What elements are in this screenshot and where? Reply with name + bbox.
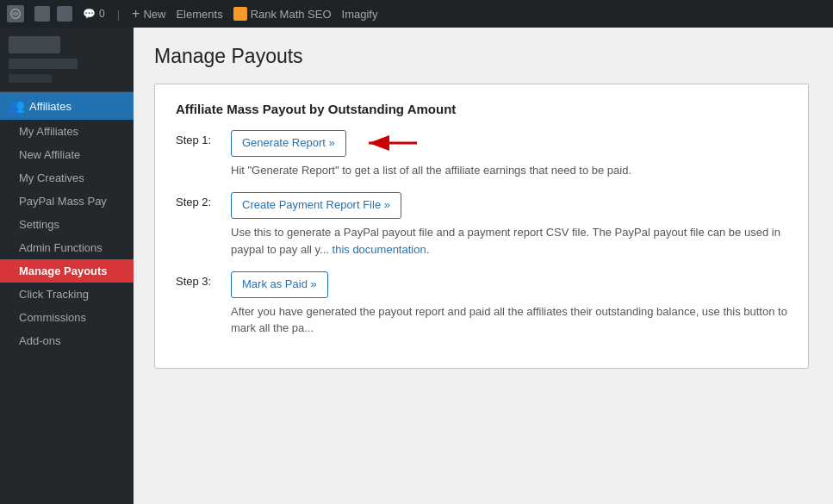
step-3-desc: After you have generated the payout repo… [231,303,787,337]
step-3-row: Step 3: Mark as Paid » After you have ge… [176,271,787,337]
step-2-content: Create Payment Report File » Use this to… [231,192,787,258]
documentation-link[interactable]: this documentation [333,243,426,256]
icon-box-1 [34,6,50,22]
paypal-mass-pay-label: PayPal Mass Pay [19,195,107,208]
commissions-label: Commissions [19,311,86,324]
imagify-link[interactable]: Imagify [342,8,378,21]
step-1-label: Step 1: [176,130,222,146]
separator-1: | [117,8,120,21]
main-layout: 👥 Affiliates My Affiliates New Affiliate… [0,28,833,504]
page-title: Manage Payouts [154,45,812,68]
rank-math-icon [233,7,247,21]
click-tracking-label: Click Tracking [19,288,89,301]
sidebar-item-admin-functions[interactable]: Admin Functions [0,236,134,259]
mark-as-paid-button[interactable]: Mark as Paid » [231,271,328,298]
sidebar-profile [0,28,134,92]
icon-box-2 [57,6,72,22]
step-1-row: Step 1: Generate Report » [176,130,787,178]
sidebar-item-settings[interactable]: Settings [0,213,134,236]
my-affiliates-label: My Affiliates [19,125,78,138]
step-1-desc: Hit "Generate Report" to get a list of a… [231,162,787,179]
step-1-btn-row: Generate Report » [231,130,787,157]
sidebar-item-new-affiliate[interactable]: New Affiliate [0,143,134,166]
step-2-row: Step 2: Create Payment Report File » Use… [176,192,787,258]
red-arrow-svg [357,131,426,155]
affiliates-icon: 👥 [9,98,24,114]
admin-functions-label: Admin Functions [19,241,103,254]
content-area: Manage Payouts Affiliate Mass Payout by … [134,28,833,504]
comment-count[interactable]: 💬 0 [83,8,105,20]
sidebar-item-affiliates[interactable]: 👥 Affiliates [0,92,134,120]
sidebar-item-my-affiliates[interactable]: My Affiliates [0,120,134,143]
step-3-content: Mark as Paid » After you have generated … [231,271,787,337]
elements-link[interactable]: Elements [176,8,222,21]
settings-label: Settings [19,218,59,231]
step-2-desc: Use this to generate a PayPal payout fil… [231,224,787,258]
step-1-content: Generate Report » [231,130,787,178]
avatar-placeholder-1 [9,36,60,53]
my-creatives-label: My Creatives [19,171,84,184]
plus-icon: + [132,6,140,22]
sidebar-item-manage-payouts[interactable]: Manage Payouts [0,259,134,283]
step-2-label: Step 2: [176,192,222,208]
sidebar-item-my-creatives[interactable]: My Creatives [0,166,134,190]
step-3-label: Step 3: [176,271,222,288]
admin-bar: 💬 0 | + New Elements Rank Math SEO Imagi… [0,0,833,28]
card-title: Affiliate Mass Payout by Outstanding Amo… [176,102,787,116]
sidebar-item-click-tracking[interactable]: Click Tracking [0,283,134,306]
generate-report-button[interactable]: Generate Report » [231,130,346,157]
sidebar-item-commissions[interactable]: Commissions [0,306,134,329]
comment-icon: 💬 [83,8,96,20]
sidebar: 👥 Affiliates My Affiliates New Affiliate… [0,28,134,504]
step-3-btn-row: Mark as Paid » [231,271,787,298]
rank-math-menu[interactable]: Rank Math SEO [233,7,332,21]
new-menu[interactable]: + New [132,6,165,22]
new-affiliate-label: New Affiliate [19,148,80,161]
sidebar-item-affiliates-label: Affiliates [29,100,71,113]
avatar-placeholder-3 [9,74,52,83]
arrow-annotation [357,131,426,155]
manage-payouts-label: Manage Payouts [19,264,108,277]
admin-bar-icons [34,6,72,22]
step-2-btn-row: Create Payment Report File » [231,192,787,219]
sidebar-item-add-ons[interactable]: Add-ons [0,329,134,352]
create-payment-report-button[interactable]: Create Payment Report File » [231,192,401,219]
add-ons-label: Add-ons [19,334,60,347]
sidebar-item-paypal-mass-pay[interactable]: PayPal Mass Pay [0,190,134,213]
avatar-placeholder-2 [9,59,78,69]
wp-logo[interactable] [7,5,24,22]
manage-payouts-card: Affiliate Mass Payout by Outstanding Amo… [154,84,809,369]
